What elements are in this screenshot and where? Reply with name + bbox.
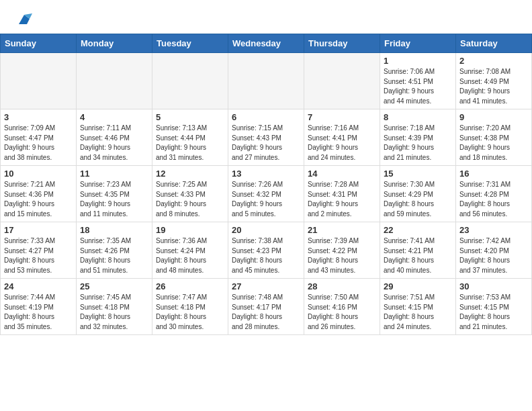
day-number: 13	[232, 169, 300, 179]
calendar-cell: 28Sunrise: 7:50 AM Sunset: 4:16 PM Dayli…	[304, 279, 380, 335]
calendar-cell: 2Sunrise: 7:08 AM Sunset: 4:49 PM Daylig…	[456, 53, 532, 109]
page-header	[0, 0, 532, 34]
day-number: 27	[232, 281, 300, 291]
calendar-cell: 7Sunrise: 7:16 AM Sunset: 4:41 PM Daylig…	[304, 109, 380, 166]
calendar-cell: 11Sunrise: 7:23 AM Sunset: 4:35 PM Dayli…	[77, 166, 152, 222]
day-number: 14	[308, 169, 376, 179]
day-number: 7	[308, 112, 376, 122]
day-number: 2	[459, 56, 528, 66]
day-number: 11	[80, 169, 148, 179]
day-number: 15	[384, 169, 452, 179]
calendar-week-row: 3Sunrise: 7:09 AM Sunset: 4:47 PM Daylig…	[1, 109, 532, 166]
weekday-header: Thursday	[304, 34, 380, 53]
day-info: Sunrise: 7:35 AM Sunset: 4:26 PM Dayligh…	[80, 236, 148, 275]
day-number: 24	[4, 281, 73, 291]
day-info: Sunrise: 7:31 AM Sunset: 4:28 PM Dayligh…	[459, 180, 528, 219]
calendar-week-row: 1Sunrise: 7:06 AM Sunset: 4:51 PM Daylig…	[1, 53, 532, 109]
day-number: 26	[156, 281, 224, 291]
day-number: 17	[4, 225, 73, 235]
day-info: Sunrise: 7:06 AM Sunset: 4:51 PM Dayligh…	[384, 67, 452, 106]
calendar-cell: 16Sunrise: 7:31 AM Sunset: 4:28 PM Dayli…	[456, 166, 532, 222]
day-info: Sunrise: 7:53 AM Sunset: 4:15 PM Dayligh…	[459, 293, 528, 332]
day-info: Sunrise: 7:38 AM Sunset: 4:23 PM Dayligh…	[232, 236, 300, 275]
day-number: 18	[80, 225, 148, 235]
day-info: Sunrise: 7:28 AM Sunset: 4:31 PM Dayligh…	[308, 180, 376, 219]
calendar-cell: 1Sunrise: 7:06 AM Sunset: 4:51 PM Daylig…	[380, 53, 456, 109]
calendar-cell: 17Sunrise: 7:33 AM Sunset: 4:27 PM Dayli…	[1, 222, 77, 279]
day-number: 19	[156, 225, 224, 235]
day-number: 9	[459, 112, 528, 122]
day-info: Sunrise: 7:18 AM Sunset: 4:39 PM Dayligh…	[384, 124, 452, 163]
calendar-cell: 4Sunrise: 7:11 AM Sunset: 4:46 PM Daylig…	[77, 109, 152, 166]
calendar-cell: 25Sunrise: 7:45 AM Sunset: 4:18 PM Dayli…	[77, 279, 152, 335]
weekday-header: Friday	[380, 34, 456, 53]
day-number: 25	[80, 281, 148, 291]
day-info: Sunrise: 7:30 AM Sunset: 4:29 PM Dayligh…	[384, 180, 452, 219]
weekday-header: Tuesday	[152, 34, 228, 53]
day-number: 16	[459, 169, 528, 179]
calendar-cell: 18Sunrise: 7:35 AM Sunset: 4:26 PM Dayli…	[77, 222, 152, 279]
day-info: Sunrise: 7:51 AM Sunset: 4:15 PM Dayligh…	[384, 293, 452, 332]
day-number: 5	[156, 112, 224, 122]
calendar-cell: 23Sunrise: 7:42 AM Sunset: 4:20 PM Dayli…	[456, 222, 532, 279]
day-info: Sunrise: 7:23 AM Sunset: 4:35 PM Dayligh…	[80, 180, 148, 219]
day-number: 30	[459, 281, 528, 291]
day-info: Sunrise: 7:44 AM Sunset: 4:19 PM Dayligh…	[4, 293, 73, 332]
day-number: 23	[459, 225, 528, 235]
day-number: 22	[384, 225, 452, 235]
day-info: Sunrise: 7:09 AM Sunset: 4:47 PM Dayligh…	[4, 124, 73, 163]
day-info: Sunrise: 7:42 AM Sunset: 4:20 PM Dayligh…	[459, 236, 528, 275]
day-info: Sunrise: 7:26 AM Sunset: 4:32 PM Dayligh…	[232, 180, 300, 219]
calendar-cell	[304, 53, 380, 109]
weekday-header: Wednesday	[228, 34, 304, 53]
day-number: 21	[308, 225, 376, 235]
calendar-cell: 19Sunrise: 7:36 AM Sunset: 4:24 PM Dayli…	[152, 222, 228, 279]
day-info: Sunrise: 7:36 AM Sunset: 4:24 PM Dayligh…	[156, 236, 224, 275]
day-number: 29	[384, 281, 452, 291]
weekday-header-row: SundayMondayTuesdayWednesdayThursdayFrid…	[1, 34, 532, 53]
calendar-cell	[228, 53, 304, 109]
calendar-cell: 14Sunrise: 7:28 AM Sunset: 4:31 PM Dayli…	[304, 166, 380, 222]
day-info: Sunrise: 7:21 AM Sunset: 4:36 PM Dayligh…	[4, 180, 73, 219]
day-number: 20	[232, 225, 300, 235]
day-info: Sunrise: 7:39 AM Sunset: 4:22 PM Dayligh…	[308, 236, 376, 275]
day-info: Sunrise: 7:33 AM Sunset: 4:27 PM Dayligh…	[4, 236, 73, 275]
day-number: 3	[4, 112, 73, 122]
calendar-cell: 15Sunrise: 7:30 AM Sunset: 4:29 PM Dayli…	[380, 166, 456, 222]
calendar-cell: 29Sunrise: 7:51 AM Sunset: 4:15 PM Dayli…	[380, 279, 456, 335]
day-info: Sunrise: 7:45 AM Sunset: 4:18 PM Dayligh…	[80, 293, 148, 332]
day-info: Sunrise: 7:20 AM Sunset: 4:38 PM Dayligh…	[459, 124, 528, 163]
calendar-cell: 20Sunrise: 7:38 AM Sunset: 4:23 PM Dayli…	[228, 222, 304, 279]
calendar-cell: 24Sunrise: 7:44 AM Sunset: 4:19 PM Dayli…	[1, 279, 77, 335]
day-info: Sunrise: 7:25 AM Sunset: 4:33 PM Dayligh…	[156, 180, 224, 219]
calendar-cell	[1, 53, 77, 109]
day-info: Sunrise: 7:41 AM Sunset: 4:21 PM Dayligh…	[384, 236, 452, 275]
calendar-cell	[152, 53, 228, 109]
day-info: Sunrise: 7:48 AM Sunset: 4:17 PM Dayligh…	[232, 293, 300, 332]
calendar-cell: 5Sunrise: 7:13 AM Sunset: 4:44 PM Daylig…	[152, 109, 228, 166]
calendar-cell: 13Sunrise: 7:26 AM Sunset: 4:32 PM Dayli…	[228, 166, 304, 222]
day-number: 12	[156, 169, 224, 179]
calendar-cell: 3Sunrise: 7:09 AM Sunset: 4:47 PM Daylig…	[1, 109, 77, 166]
calendar-week-row: 17Sunrise: 7:33 AM Sunset: 4:27 PM Dayli…	[1, 222, 532, 279]
calendar-cell	[77, 53, 152, 109]
calendar-cell: 6Sunrise: 7:15 AM Sunset: 4:43 PM Daylig…	[228, 109, 304, 166]
logo-bird-icon	[15, 12, 32, 27]
calendar-cell: 27Sunrise: 7:48 AM Sunset: 4:17 PM Dayli…	[228, 279, 304, 335]
day-info: Sunrise: 7:08 AM Sunset: 4:49 PM Dayligh…	[459, 67, 528, 106]
calendar-week-row: 10Sunrise: 7:21 AM Sunset: 4:36 PM Dayli…	[1, 166, 532, 222]
day-info: Sunrise: 7:15 AM Sunset: 4:43 PM Dayligh…	[232, 124, 300, 163]
calendar-week-row: 24Sunrise: 7:44 AM Sunset: 4:19 PM Dayli…	[1, 279, 532, 335]
day-info: Sunrise: 7:13 AM Sunset: 4:44 PM Dayligh…	[156, 124, 224, 163]
day-info: Sunrise: 7:11 AM Sunset: 4:46 PM Dayligh…	[80, 124, 148, 163]
weekday-header: Sunday	[1, 34, 77, 53]
day-number: 6	[232, 112, 300, 122]
calendar-cell: 21Sunrise: 7:39 AM Sunset: 4:22 PM Dayli…	[304, 222, 380, 279]
day-number: 8	[384, 112, 452, 122]
day-number: 28	[308, 281, 376, 291]
day-info: Sunrise: 7:50 AM Sunset: 4:16 PM Dayligh…	[308, 293, 376, 332]
weekday-header: Saturday	[456, 34, 532, 53]
day-number: 4	[80, 112, 148, 122]
weekday-header: Monday	[77, 34, 152, 53]
day-info: Sunrise: 7:47 AM Sunset: 4:18 PM Dayligh…	[156, 293, 224, 332]
